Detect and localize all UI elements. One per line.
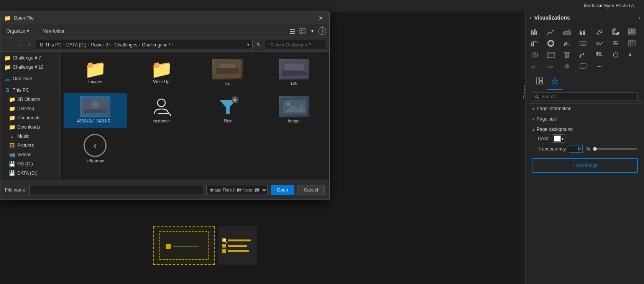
viz-search-box[interactable] [532,92,638,101]
file-item-61[interactable]: 61 [196,56,260,90]
file-item-images[interactable]: 📁 Images [64,56,127,90]
breadcrumb-challenges: Challenges [114,42,137,48]
nav-item-videos[interactable]: 📹 Videos [0,150,59,159]
build-tab[interactable] [532,75,547,90]
filename-input[interactable] [30,185,203,195]
viz-icon-waterfall[interactable] [577,50,589,60]
viz-icon-bar[interactable] [529,26,541,37]
viz-icon-treemap[interactable] [626,26,638,37]
svg-rect-48 [547,52,549,54]
dialog-search-input[interactable] [271,43,324,47]
viz-icon-pie[interactable] [610,26,622,37]
page-background-header[interactable]: ▴ Page background [532,127,637,132]
viz-icon-stacked-bar[interactable] [577,26,589,37]
nav-item-osc[interactable]: 💾 OS (C:) [0,159,59,168]
nav-up-button[interactable]: ↑ [25,40,34,50]
viz-icon-slicer[interactable] [610,38,622,49]
thumb-489243 [80,96,110,117]
viz-icon-arcgis[interactable] [561,61,573,72]
breadcrumb-dropdown[interactable]: ▾ [247,43,249,47]
nav-item-3dobjects[interactable]: 📁 3D Objects [0,95,59,104]
new-folder-button[interactable]: New folder [39,27,67,35]
file-name-filter: filter [223,119,232,123]
viz-icon-table[interactable] [626,38,638,49]
file-name-left-arrow: left-arrow [86,159,104,163]
nav-item-challenge7[interactable]: 📁 Challenge # 7 [0,53,59,63]
viz-icon-donut[interactable] [545,38,557,49]
viz-icon-area[interactable] [561,26,573,37]
cancel-button[interactable]: Cancel [297,185,325,195]
dialog-search-box[interactable] [265,40,326,50]
nav-item-downloads[interactable]: 📁 Downloads [0,122,59,132]
user-name: Mudassir Syed Rashid A... [584,3,638,8]
refresh-button[interactable]: ↻ [254,40,263,50]
viz-icon-map[interactable] [529,50,541,60]
svg-line-70 [537,97,539,99]
view-list-button[interactable] [288,26,297,36]
svg-point-18 [598,34,599,35]
view-details-button[interactable] [298,26,307,36]
file-item-customer[interactable]: customer [130,93,193,128]
viz-icon-shape[interactable] [610,50,622,60]
file-item-image[interactable]: image [262,93,325,128]
viz-icons-area: 123 KPI A Py Q&A ... [526,24,644,284]
viz-icon-qna[interactable]: Q&A [545,61,557,72]
panel-collapse-arrow[interactable]: ‹ [529,15,531,21]
color-row: Color ▾ [532,134,637,143]
color-swatch-button[interactable]: ▾ [552,134,565,143]
open-button[interactable]: Open [271,185,294,195]
transparency-input[interactable] [569,145,583,153]
viz-icon-ellipsis[interactable] [593,61,606,72]
svg-point-63 [597,66,598,67]
viz-icon-card[interactable]: 123 [577,38,589,49]
nav-item-onedrive[interactable]: ☁ OneDrive [0,74,59,83]
nav-item-challenge10[interactable]: 📁 Challenge # 10 [0,63,59,72]
viz-icon-text[interactable]: A [626,50,638,60]
dialog-close-button[interactable]: ✕ [316,13,325,23]
viz-icon-ribbon[interactable] [593,50,606,60]
viz-icon-matrix[interactable] [545,50,557,60]
format-tab[interactable] [547,75,562,90]
svg-rect-23 [632,29,635,31]
file-item-126[interactable]: 126 [262,56,325,90]
transparency-slider[interactable] [593,148,637,150]
file-item-writeup[interactable]: 📁 Write Up [130,56,193,90]
nav-item-desktop[interactable]: 📁 Desktop [0,104,59,113]
panel-expand-arrow[interactable]: › [638,15,640,21]
svg-point-37 [614,41,616,43]
help-button[interactable]: ? [319,27,326,35]
page-information-header[interactable]: ▾ Page information [532,106,637,111]
viz-icon-line[interactable] [545,26,557,37]
viz-icon-funnel[interactable] [561,50,573,60]
nav-back-button[interactable]: ← [3,40,13,50]
viz-search-input[interactable] [541,94,635,99]
viz-icon-combo[interactable] [529,38,541,49]
viz-icon-kpi[interactable]: KPI [593,38,606,49]
nav-item-music[interactable]: ♪ Music [0,132,59,141]
svg-rect-6 [536,31,537,35]
nav-item-documents[interactable]: 📁 Documents [0,113,59,122]
viz-icon-scatter[interactable] [593,26,606,37]
nav-item-pictures[interactable]: 🖼 Pictures [0,141,59,150]
folder-icon-downloads: 📁 [9,124,15,130]
nav-item-thispc[interactable]: 🖥 This PC [0,86,59,95]
viz-icon-gauge[interactable] [561,38,573,49]
breadcrumb-data: DATA (D:) [66,42,87,48]
viz-icon-python[interactable]: Py [529,61,541,72]
nav-forward-button[interactable]: → [14,40,23,50]
file-item-489243[interactable]: 489243-[H0A9J-5... [64,93,127,128]
svg-point-60 [566,66,568,67]
nav-item-datad[interactable]: 💾 DATA (D:) [0,168,59,178]
viz-icon-bubble[interactable]: ... [577,61,589,72]
file-item-filter[interactable]: ✕ filter [196,93,260,128]
page-size-header[interactable]: ▾ Page size [532,116,637,122]
folder-icon-pictures: 🖼 [9,142,15,149]
filetype-select[interactable]: Image Files (*.tiff;*.pjp;*.jfif;*.gi [206,185,268,195]
organize-button[interactable]: Organize ▾ [3,27,32,35]
view-dropdown-button[interactable]: ▾ [308,26,317,36]
file-item-left-arrow[interactable]: ‹ left-arrow [64,131,127,166]
add-image-button[interactable]: + Add image [532,158,638,173]
svg-rect-25 [628,33,635,35]
nav-label-pictures: Pictures [17,143,34,148]
svg-rect-3 [531,30,532,35]
